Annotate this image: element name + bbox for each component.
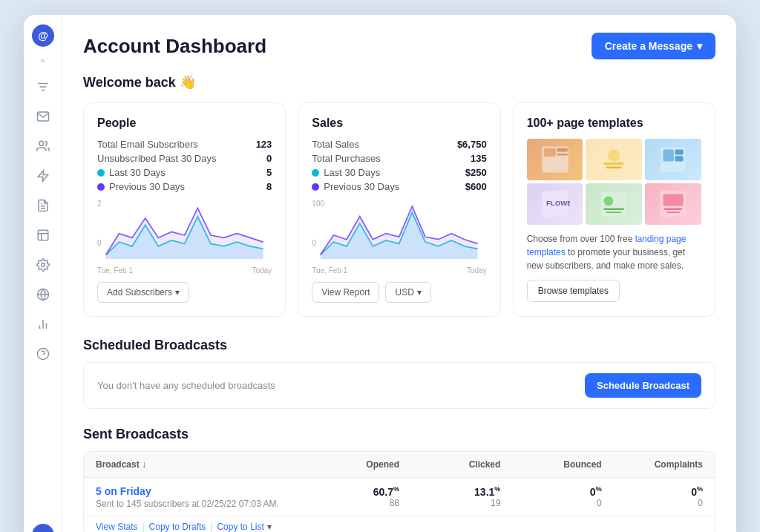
- create-message-button[interactable]: Create a Message ▾: [592, 33, 715, 59]
- people-chart-y-top: 2: [97, 200, 102, 208]
- sidebar-bottom: T: [32, 524, 54, 532]
- bounced-cell: 0% 0: [500, 485, 601, 508]
- template-thumb-5: [586, 183, 642, 225]
- complaints-num: 0: [602, 498, 703, 508]
- scheduled-card: You don't have any scheduled broadcasts …: [83, 362, 715, 409]
- sidebar-icon-pages[interactable]: [30, 222, 56, 249]
- people-total-subs: Total Email Subscribers 123: [97, 139, 272, 150]
- sales-card-title: Sales: [312, 116, 486, 130]
- col-bounced: Bounced: [500, 459, 601, 470]
- sales-last30-value: $250: [465, 167, 487, 178]
- people-prev30-value: 8: [266, 181, 272, 192]
- people-last30-value: 5: [266, 167, 272, 178]
- sales-chart-x-start: Tue, Feb 1: [312, 266, 347, 275]
- scheduled-section-title: Scheduled Broadcasts: [83, 338, 715, 353]
- copy-to-list-link[interactable]: Copy to List: [217, 522, 263, 532]
- create-message-label: Create a Message: [605, 40, 692, 52]
- opened-pct: 60.7%: [298, 485, 399, 498]
- svg-text:@: @: [38, 30, 48, 42]
- sales-chart-x-end: Today: [467, 266, 487, 275]
- copy-to-list-chevron[interactable]: ▾: [267, 522, 272, 532]
- svg-rect-37: [604, 208, 624, 210]
- svg-rect-40: [664, 194, 684, 206]
- sales-chart-area: 100 0: [312, 200, 486, 259]
- action-sep-2: |: [210, 522, 212, 532]
- clicked-cell: 13.1% 19: [399, 485, 500, 508]
- templates-card: 100+ page templates FLOWERS: [513, 102, 715, 317]
- sidebar-expand-icon[interactable]: »: [41, 56, 45, 65]
- people-last30-dot: [97, 169, 105, 177]
- sidebar-icon-globe[interactable]: [30, 281, 56, 308]
- col-opened: Opened: [298, 459, 399, 470]
- people-total-subs-label: Total Email Subscribers: [97, 139, 198, 150]
- people-total-subs-value: 123: [256, 139, 272, 150]
- add-subscribers-button[interactable]: Add Subscribers ▾: [97, 282, 189, 303]
- sidebar-icon-subscribers[interactable]: [30, 133, 56, 160]
- add-subscribers-label: Add Subscribers: [107, 287, 172, 298]
- clicked-num: 19: [399, 498, 500, 508]
- copy-to-drafts-link[interactable]: Copy to Drafts: [149, 522, 206, 532]
- people-card: People Total Email Subscribers 123 Unsub…: [83, 102, 286, 317]
- people-chart-area: 2 0: [97, 200, 272, 259]
- table-header: Broadcast ↓ Opened Clicked Bounced Compl…: [84, 452, 715, 478]
- templates-grid: FLOWERS: [527, 139, 701, 225]
- sales-total: Total Sales $6,750: [312, 139, 486, 150]
- view-report-button[interactable]: View Report: [312, 282, 379, 303]
- template-thumb-2: [586, 139, 642, 180]
- user-avatar[interactable]: T: [32, 524, 54, 532]
- sidebar-icon-reports[interactable]: [30, 311, 56, 338]
- currency-chevron: ▾: [417, 287, 422, 298]
- sales-total-value: $6,750: [457, 139, 487, 150]
- col-broadcast: Broadcast ↓: [96, 459, 298, 470]
- sidebar-icon-settings[interactable]: [30, 252, 56, 278]
- people-prev30-dot: [97, 183, 105, 191]
- people-last30-label: Last 30 Days: [97, 167, 166, 178]
- sidebar-icon-broadcast[interactable]: [30, 103, 56, 130]
- templates-description: Choose from over 100 free landing page t…: [527, 232, 701, 272]
- svg-rect-38: [606, 211, 622, 213]
- sales-prev30-value: $600: [465, 181, 487, 192]
- svg-rect-31: [675, 149, 684, 154]
- sales-total-label: Total Sales: [312, 139, 359, 150]
- currency-button[interactable]: USD ▾: [385, 282, 430, 303]
- broadcast-info: 5 on Friday Sent to 145 subscribers at 0…: [96, 485, 298, 509]
- schedule-broadcast-button[interactable]: Schedule Broadcast: [585, 373, 701, 398]
- opened-cell: 60.7% 88: [298, 485, 399, 508]
- broadcast-name[interactable]: 5 on Friday: [96, 485, 298, 497]
- svg-rect-42: [666, 211, 680, 213]
- scheduled-empty-text: You don't have any scheduled broadcasts: [97, 380, 275, 391]
- sales-purchases: Total Purchases 135: [312, 153, 486, 164]
- svg-rect-30: [664, 149, 674, 161]
- people-card-actions: Add Subscribers ▾: [97, 282, 272, 303]
- people-last30: Last 30 Days 5: [97, 167, 272, 178]
- sidebar-icon-forms[interactable]: [30, 192, 56, 219]
- sales-chart-x-labels: Tue, Feb 1 Today: [312, 266, 486, 275]
- cards-row: People Total Email Subscribers 123 Unsub…: [83, 102, 715, 317]
- app-logo[interactable]: @: [31, 24, 55, 47]
- sent-broadcasts-title: Sent Broadcasts: [83, 427, 715, 442]
- col-complaints: Complaints: [602, 459, 703, 470]
- template-thumb-6: [645, 183, 701, 225]
- browse-templates-button[interactable]: Browse templates: [527, 280, 620, 302]
- people-chart-x-labels: Tue, Feb 1 Today: [97, 266, 272, 275]
- svg-point-36: [604, 197, 614, 206]
- svg-rect-9: [38, 230, 48, 240]
- svg-rect-28: [606, 167, 622, 168]
- view-stats-link[interactable]: View Stats: [96, 522, 137, 532]
- sent-broadcasts-table: Broadcast ↓ Opened Clicked Bounced Compl…: [83, 451, 715, 532]
- sales-chart-y-top: 100: [312, 200, 324, 208]
- sales-chart: [312, 200, 486, 259]
- bounced-pct: 0%: [500, 485, 601, 498]
- sidebar-icon-help[interactable]: [30, 341, 56, 367]
- people-chart-y-bottom: 0: [97, 239, 102, 247]
- svg-rect-27: [604, 162, 624, 165]
- page-header: Account Dashboard Create a Message ▾: [83, 33, 715, 59]
- table-row: 5 on Friday Sent to 145 subscribers at 0…: [84, 478, 715, 517]
- sidebar-icon-automation[interactable]: [30, 162, 56, 189]
- table-row-actions: View Stats | Copy to Drafts | Copy to Li…: [84, 517, 715, 532]
- currency-label: USD: [395, 287, 413, 298]
- people-prev30-label: Previous 30 Days: [97, 181, 185, 192]
- sales-prev30-dot: [312, 183, 319, 191]
- opened-num: 88: [298, 498, 399, 508]
- sidebar-icon-filter[interactable]: [30, 73, 56, 100]
